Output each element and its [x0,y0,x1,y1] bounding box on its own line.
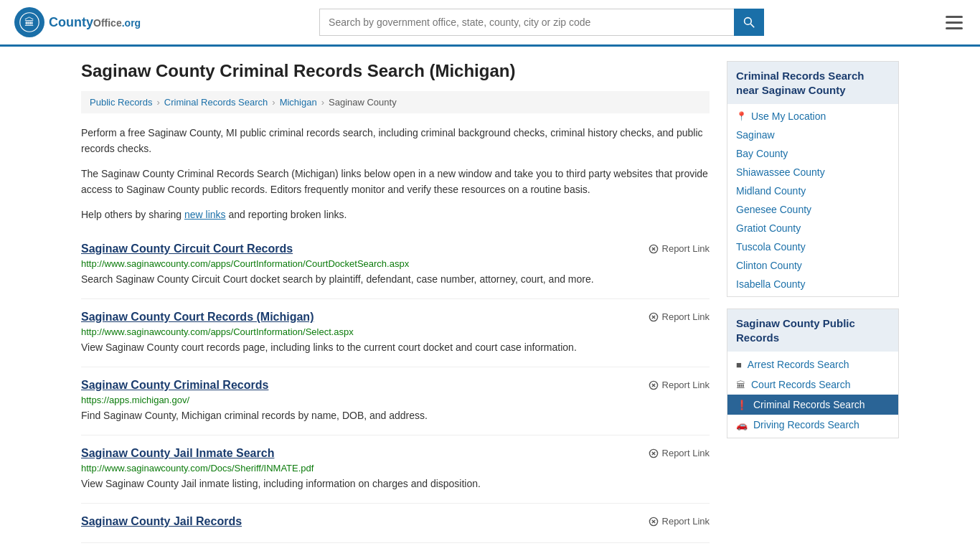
logo-office: Office [93,17,122,29]
record-item: Saginaw County Court Records (Michigan) … [81,299,710,367]
record-url[interactable]: http://www.saginawcounty.com/Docs/Sherif… [81,463,710,474]
logo-county: County [49,15,93,29]
nearby-item[interactable]: Saginaw [727,126,898,144]
public-records-item[interactable]: ❗Criminal Records Search [727,395,898,415]
public-records-item[interactable]: ■Arrest Records Search [727,354,898,375]
nearby-link[interactable]: Bay County [736,148,788,159]
nearby-item[interactable]: Clinton County [727,256,898,275]
logo-domain: .org [122,17,141,29]
search-bar [319,9,764,36]
record-url[interactable]: http://www.saginawcounty.com/apps/CourtI… [81,258,710,269]
report-link[interactable]: Report Link [649,243,710,254]
page-title: Saginaw County Criminal Records Search (… [81,61,710,81]
record-url[interactable]: https://apps.michigan.gov/ [81,395,710,405]
public-records-list: ■Arrest Records Search🏛Court Records Sea… [727,352,898,438]
nearby-link[interactable]: Gratiot County [736,222,801,234]
svg-text:🏛: 🏛 [24,17,34,28]
header: 🏛 CountyOffice.org [0,0,980,47]
record-item: Saginaw County Jail Inmate Search Report… [81,435,710,504]
nearby-link[interactable]: Tuscola County [736,241,806,253]
record-desc: Search Saginaw County Circuit Court dock… [81,272,710,287]
report-link[interactable]: Report Link [649,448,710,458]
svg-point-2 [745,18,752,25]
breadcrumb-public-records[interactable]: Public Records [90,97,152,108]
public-records-link[interactable]: Arrest Records Search [748,359,849,370]
record-title[interactable]: Saginaw County Jail Records [81,515,242,528]
record-title[interactable]: Saginaw County Criminal Records [81,379,268,392]
record-item: Saginaw County Criminal Records Report L… [81,367,710,435]
public-records-section: Saginaw County Public Records ■Arrest Re… [727,309,899,438]
svg-line-3 [750,24,754,27]
public-records-link[interactable]: Driving Records Search [753,419,859,430]
breadcrumb-current: Saginaw County [329,97,397,108]
search-icon [743,17,755,28]
search-input[interactable] [319,9,734,36]
logo-area[interactable]: 🏛 CountyOffice.org [14,7,141,37]
records-icon: 🚗 [736,420,748,430]
nearby-link[interactable]: Genesee County [736,204,811,215]
report-link[interactable]: Report Link [649,516,710,527]
public-records-link[interactable]: Court Records Search [751,379,851,390]
logo-icon: 🏛 [14,7,44,37]
record-item: Saginaw County Circuit Court Records Rep… [81,231,710,299]
use-location-item[interactable]: 📍 Use My Location [727,107,898,126]
report-icon [649,517,659,527]
report-link[interactable]: Report Link [649,311,710,322]
nearby-link[interactable]: Midland County [736,185,806,197]
nearby-item[interactable]: Tuscola County [727,237,898,256]
use-location-link[interactable]: Use My Location [751,110,826,122]
record-desc: View Saginaw County court records page, … [81,340,710,355]
nearby-section: Criminal Records Search near Saginaw Cou… [727,61,899,297]
records-icon: ❗ [736,400,748,410]
menu-button[interactable] [943,13,966,32]
record-item: Saginaw County Jail Records Report Link [81,504,710,543]
desc-para-1: Perform a free Saginaw County, MI public… [81,125,710,157]
record-title[interactable]: Saginaw County Circuit Court Records [81,242,293,255]
nearby-item[interactable]: Bay County [727,144,898,163]
breadcrumb-sep: › [321,97,324,108]
public-records-item[interactable]: 🏛Court Records Search [727,375,898,395]
report-icon [649,312,659,322]
record-title[interactable]: Saginaw County Jail Inmate Search [81,447,274,460]
nearby-link[interactable]: Isabella County [736,278,806,290]
report-icon [649,380,659,390]
nearby-link[interactable]: Clinton County [736,260,802,271]
nearby-item[interactable]: Genesee County [727,200,898,219]
main-container: Saginaw County Criminal Records Search (… [67,47,913,551]
breadcrumb-criminal-records[interactable]: Criminal Records Search [164,97,268,108]
desc-para3-post: and reporting broken links. [226,209,347,220]
nearby-link[interactable]: Saginaw [736,129,775,141]
breadcrumb-michigan[interactable]: Michigan [280,97,317,108]
content: Saginaw County Criminal Records Search (… [81,61,710,543]
record-desc: View Saginaw County Jail inmate listing,… [81,476,710,491]
menu-line [946,16,963,18]
desc-para-2: The Saginaw County Criminal Records Sear… [81,166,710,198]
logo-text: CountyOffice.org [49,15,141,30]
record-header: Saginaw County Jail Records Report Link [81,515,710,528]
breadcrumb-sep: › [272,97,275,108]
location-icon: 📍 [736,111,747,121]
report-link[interactable]: Report Link [649,380,710,390]
search-button[interactable] [734,9,764,36]
public-records-link[interactable]: Criminal Records Search [753,399,865,410]
nearby-link[interactable]: Shiawassee County [736,166,825,178]
record-header: Saginaw County Criminal Records Report L… [81,379,710,392]
breadcrumb: Public Records › Criminal Records Search… [81,91,710,113]
new-links-link[interactable]: new links [184,209,226,220]
desc-para3-pre: Help others by sharing [81,209,184,220]
records-list: Saginaw County Circuit Court Records Rep… [81,231,710,543]
record-url[interactable]: http://www.saginawcounty.com/apps/CourtI… [81,326,710,337]
record-header: Saginaw County Court Records (Michigan) … [81,311,710,324]
nearby-item[interactable]: Gratiot County [727,219,898,237]
nearby-item[interactable]: Midland County [727,182,898,200]
public-records-header: Saginaw County Public Records [727,309,898,352]
record-header: Saginaw County Jail Inmate Search Report… [81,447,710,460]
records-icon: ■ [736,359,742,370]
menu-line [946,27,963,29]
nearby-item[interactable]: Shiawassee County [727,163,898,182]
public-records-item[interactable]: 🚗Driving Records Search [727,415,898,435]
menu-line [946,22,963,24]
nearby-item[interactable]: Isabella County [727,275,898,293]
record-title[interactable]: Saginaw County Court Records (Michigan) [81,311,314,324]
records-icon: 🏛 [736,380,745,390]
